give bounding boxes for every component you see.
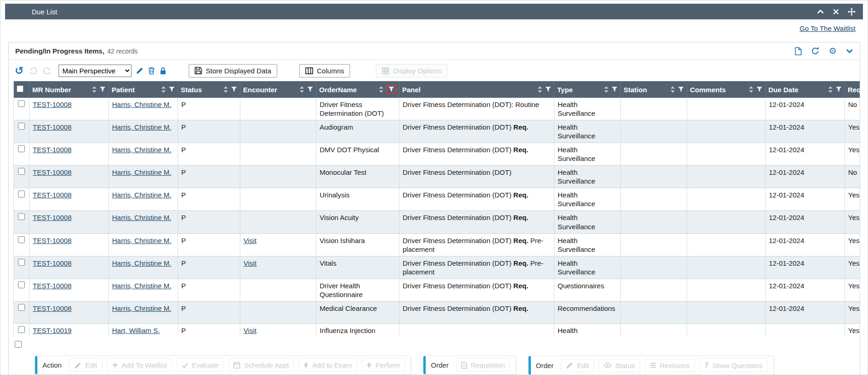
- cell-panel: Driver Fitness Determination (DOT): [399, 166, 554, 188]
- undo-icon[interactable]: ↺: [15, 65, 24, 76]
- sort-icon[interactable]: [671, 86, 675, 93]
- patient-link[interactable]: Harris, Christine M.: [112, 146, 171, 154]
- patient-link[interactable]: Harris, Christine M.: [112, 237, 171, 244]
- filter-icon[interactable]: [545, 87, 551, 92]
- mr-link[interactable]: TEST-10008: [33, 123, 71, 131]
- column-label: Status: [181, 86, 220, 94]
- new-document-icon[interactable]: [795, 47, 802, 55]
- lightning-icon: [367, 362, 372, 369]
- patient-link[interactable]: Hart, William S.: [112, 327, 160, 334]
- filter-icon-highlighted[interactable]: [386, 85, 397, 94]
- patient-link[interactable]: Harris, Christine M.: [112, 101, 171, 108]
- filter-icon[interactable]: [169, 87, 175, 92]
- store-displayed-data-button[interactable]: Store Displayed Data: [189, 64, 277, 77]
- filter-icon[interactable]: [231, 87, 237, 92]
- move-icon[interactable]: [848, 8, 856, 16]
- patient-link[interactable]: Harris, Christine M.: [112, 123, 171, 131]
- row-checkbox[interactable]: [18, 100, 25, 107]
- cell-checkbox: [14, 301, 30, 323]
- column-header-station[interactable]: Station: [621, 81, 687, 98]
- filter-icon[interactable]: [307, 87, 313, 92]
- sort-icon[interactable]: [538, 86, 542, 93]
- gear-icon[interactable]: ⚙: [829, 47, 837, 55]
- sort-icon[interactable]: [828, 86, 832, 93]
- trash-icon[interactable]: [148, 67, 155, 75]
- patient-link[interactable]: Harris, Christine M.: [112, 168, 171, 176]
- filter-icon[interactable]: [100, 87, 106, 92]
- perspective-select[interactable]: Main Perspective: [59, 65, 131, 77]
- encounter-link[interactable]: Visit: [244, 327, 256, 334]
- sort-icon[interactable]: [300, 86, 304, 93]
- sort-icon[interactable]: [379, 86, 383, 93]
- cell-status: P: [178, 279, 240, 301]
- close-icon[interactable]: [833, 9, 839, 15]
- encounter-link[interactable]: Visit: [244, 259, 256, 267]
- chevron-up-icon[interactable]: [817, 9, 824, 14]
- row-checkbox[interactable]: [18, 123, 25, 130]
- row-checkbox[interactable]: [18, 326, 25, 333]
- cell-req: Yes: [845, 188, 860, 211]
- filter-icon[interactable]: [836, 87, 842, 92]
- mr-link[interactable]: TEST-10008: [33, 191, 71, 199]
- patient-link[interactable]: Harris, Christine M.: [112, 282, 171, 290]
- display-options-label: Display Options: [393, 67, 441, 75]
- row-checkbox[interactable]: [18, 281, 25, 288]
- list-icon: [650, 363, 656, 368]
- column-header-encounter[interactable]: Encounter: [240, 81, 316, 98]
- footer-select-checkbox[interactable]: [15, 341, 22, 348]
- mr-link[interactable]: TEST-10008: [33, 214, 71, 221]
- sort-icon[interactable]: [604, 86, 608, 93]
- sort-icon[interactable]: [224, 86, 228, 93]
- sort-icon[interactable]: [749, 86, 753, 93]
- row-checkbox[interactable]: [18, 213, 25, 220]
- column-header-ordername[interactable]: OrderName: [316, 81, 399, 98]
- cell-order: DMV DOT Physical: [316, 143, 399, 166]
- select-all-checkbox[interactable]: [17, 85, 24, 92]
- row-checkbox[interactable]: [18, 145, 25, 152]
- patient-link[interactable]: Harris, Christine M.: [112, 214, 171, 221]
- column-header-mr-number[interactable]: MR Number: [30, 81, 109, 98]
- panel-title: Pending/In Progress Items,: [15, 47, 104, 55]
- go-to-waitlist-link[interactable]: Go To The Waitlist: [800, 24, 856, 32]
- column-header-type[interactable]: Type: [554, 81, 621, 98]
- encounter-link[interactable]: Visit: [244, 237, 256, 244]
- sort-icon[interactable]: [161, 86, 166, 93]
- row-checkbox[interactable]: [18, 259, 25, 266]
- lock-icon[interactable]: [160, 67, 166, 75]
- filter-icon[interactable]: [678, 87, 684, 92]
- document-icon: [461, 362, 467, 369]
- mr-link[interactable]: TEST-10008: [33, 304, 71, 312]
- mr-link[interactable]: TEST-10008: [33, 168, 71, 176]
- row-checkbox[interactable]: [18, 168, 25, 175]
- filter-icon[interactable]: [756, 87, 762, 92]
- mr-link[interactable]: TEST-10008: [33, 282, 71, 290]
- column-header-due-date[interactable]: Due Date: [766, 81, 845, 98]
- column-header-panel[interactable]: Panel: [399, 81, 554, 98]
- chevron-down-icon[interactable]: [846, 49, 853, 54]
- filter-icon[interactable]: [612, 87, 618, 92]
- pencil-icon[interactable]: [136, 67, 143, 74]
- column-header-comments[interactable]: Comments: [687, 81, 766, 98]
- patient-link[interactable]: Harris, Christine M.: [112, 259, 171, 267]
- cell-status: P: [178, 256, 240, 279]
- cell-station: [621, 98, 687, 120]
- mr-link[interactable]: TEST-10008: [33, 146, 71, 154]
- mr-link[interactable]: TEST-10008: [33, 101, 71, 108]
- patient-link[interactable]: Harris, Christine M.: [112, 304, 171, 312]
- row-checkbox[interactable]: [18, 236, 25, 243]
- row-checkbox[interactable]: [18, 190, 25, 197]
- column-header-patient[interactable]: Patient: [109, 81, 178, 98]
- sort-icon[interactable]: [92, 86, 96, 93]
- row-checkbox[interactable]: [18, 304, 25, 311]
- column-header-status[interactable]: Status: [178, 81, 240, 98]
- column-header-req[interactable]: Req: [845, 81, 860, 98]
- patient-link[interactable]: Harris, Christine M.: [112, 191, 171, 199]
- mr-link[interactable]: TEST-10008: [33, 259, 71, 267]
- mr-link[interactable]: TEST-10019: [33, 327, 71, 334]
- refresh-icon[interactable]: [811, 47, 820, 55]
- perform-button: Perform: [362, 358, 405, 372]
- mr-link[interactable]: TEST-10008: [33, 237, 71, 244]
- columns-button[interactable]: Columns: [299, 64, 350, 77]
- cell-status: P: [178, 188, 240, 211]
- cell-req: Yes: [845, 233, 860, 256]
